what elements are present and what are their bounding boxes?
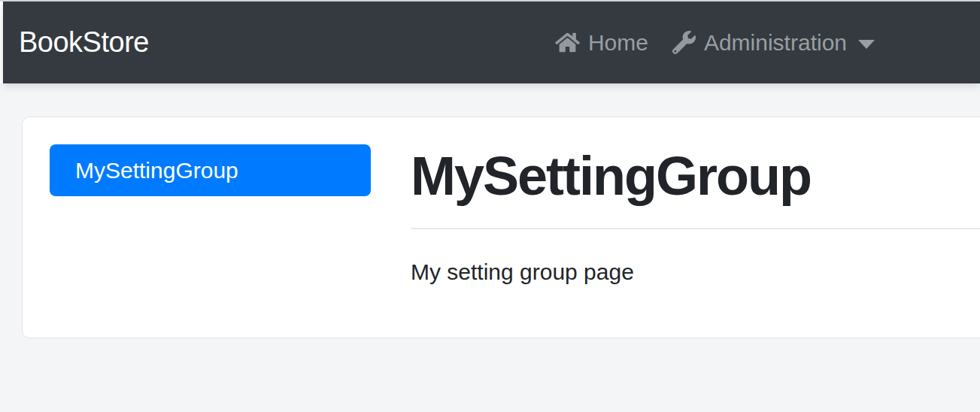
navbar-menu: Home Administration [543, 30, 887, 56]
setting-group-tab-mysettinggroup[interactable]: MySettingGroup [50, 144, 371, 196]
setting-group-panel: MySettingGroup My setting group page [411, 144, 980, 311]
screen: BookStore Home Administration [0, 0, 980, 412]
home-icon [555, 32, 580, 53]
navbar: BookStore Home Administration [3, 2, 980, 83]
brand-link[interactable]: BookStore [19, 26, 149, 59]
settings-card: MySettingGroup MySettingGroup My setting… [22, 117, 980, 338]
setting-group-description: My setting group page [411, 259, 980, 285]
nav-item-home[interactable]: Home [543, 30, 660, 56]
setting-group-title: MySettingGroup [411, 144, 980, 208]
nav-item-home-label: Home [588, 30, 648, 56]
nav-item-administration[interactable]: Administration [660, 30, 887, 56]
nav-item-administration-label: Administration [704, 30, 847, 56]
divider [411, 228, 980, 229]
settings-group-nav: MySettingGroup [50, 144, 371, 311]
wrench-icon [672, 31, 696, 54]
caret-down-icon [858, 40, 875, 49]
page-content: MySettingGroup MySettingGroup My setting… [0, 83, 980, 412]
